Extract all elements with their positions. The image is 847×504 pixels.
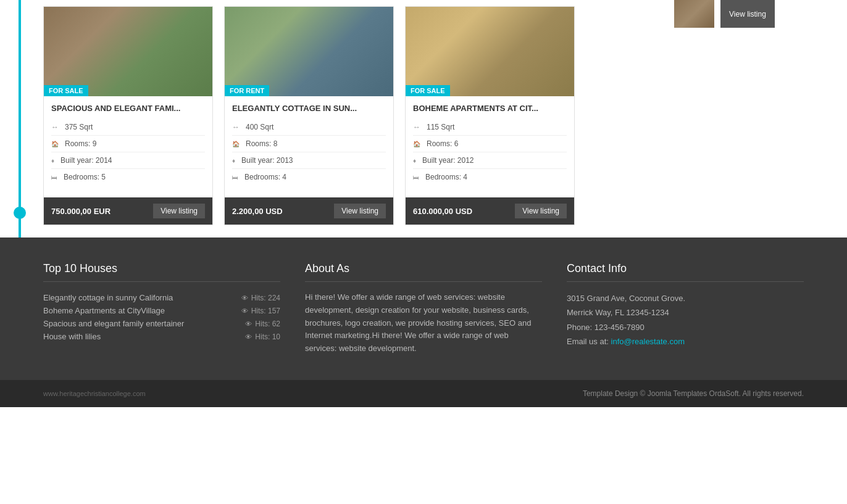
listing-price-1: 750.000,00 EUR — [51, 207, 111, 216]
view-listing-button-2[interactable]: View listing — [334, 204, 386, 218]
listing-size-2: 400 Sqrt — [232, 119, 386, 136]
house-hits-1: Hits: 224 — [241, 294, 280, 302]
contact-email-label: Email us at: — [567, 337, 609, 346]
contact-phone: Phone: 123-456-7890 — [567, 320, 804, 334]
listing-badge-2: FOR RENT — [225, 85, 269, 96]
list-item: Spacious and elegant family entertainer … — [43, 317, 280, 330]
footer-about-col: About As Hi there! We offer a wide range… — [305, 262, 542, 355]
footer-section: Top 10 Houses Elegantly cottage in sunny… — [0, 238, 847, 380]
listing-body-2: ELEGANTLY COTTAGE IN SUN... 400 Sqrt Roo… — [225, 96, 393, 192]
listing-size-3: 115 Sqrt — [413, 119, 567, 136]
footer-top10-list: Elegantly cottage in sunny California Hi… — [43, 291, 280, 343]
listing-image-3: FOR SALE — [406, 7, 574, 96]
footer-contact-title: Contact Info — [567, 262, 804, 282]
house-hits-2: Hits: 157 — [241, 307, 280, 315]
view-listing-button-3[interactable]: View listing — [515, 204, 567, 218]
listing-rooms-3: Rooms: 6 — [413, 136, 567, 152]
listing-title-2: ELEGANTLY COTTAGE IN SUN... — [232, 104, 386, 113]
listing-photo-2 — [225, 7, 393, 96]
listing-rooms-1: Rooms: 9 — [51, 136, 205, 152]
right-sidebar: View listing — [668, 0, 847, 238]
blue-dot — [14, 207, 26, 219]
view-listing-button-1[interactable]: View listing — [153, 204, 205, 218]
list-item: Elegantly cottage in sunny California Hi… — [43, 291, 280, 304]
listing-footer-1: 750.000,00 EUR View listing — [44, 197, 212, 225]
main-content-area: FOR SALE SPACIOUS AND ELEGANT FAMI... 37… — [25, 0, 668, 238]
listing-photo-1 — [44, 7, 212, 96]
contact-address1: 3015 Grand Ave, Coconut Grove. — [567, 291, 804, 305]
footer-contact-col: Contact Info 3015 Grand Ave, Coconut Gro… — [567, 262, 804, 355]
footer-bottom-bar: www.heritagechristiancollege.com Templat… — [0, 380, 847, 407]
listing-price-2: 2.200,00 USD — [232, 207, 283, 216]
listing-price-3: 610.000,00 USD — [413, 207, 472, 216]
listing-footer-2: 2.200,00 USD View listing — [225, 197, 393, 225]
listing-title-1: SPACIOUS AND ELEGANT FAMI... — [51, 104, 205, 113]
sidebar-view-button[interactable]: View listing — [720, 0, 775, 28]
listing-card-1: FOR SALE SPACIOUS AND ELEGANT FAMI... 37… — [43, 6, 213, 225]
house-name-3: Spacious and elegant family entertainer — [43, 319, 184, 328]
eye-icon-2 — [241, 307, 248, 315]
listing-photo-3 — [406, 7, 574, 96]
house-hits-3: Hits: 62 — [245, 320, 280, 328]
house-name-4: House with lilies — [43, 332, 101, 341]
footer-about-text: Hi there! We offer a wide range of web s… — [305, 291, 542, 355]
footer-top10-title: Top 10 Houses — [43, 262, 280, 282]
contact-address2: Merrick Way, FL 12345-1234 — [567, 305, 804, 320]
footer-about-title: About As — [305, 262, 542, 282]
footer-grid: Top 10 Houses Elegantly cottage in sunny… — [43, 262, 804, 355]
listing-footer-3: 610.000,00 USD View listing — [406, 197, 574, 225]
contact-email-link[interactable]: info@realestate.com — [611, 337, 685, 346]
listings-section: FOR SALE SPACIOUS AND ELEGANT FAMI... 37… — [0, 0, 847, 238]
listing-title-3: BOHEME APARTMENTS AT CIT... — [413, 104, 567, 113]
listing-size-1: 375 Sqrt — [51, 119, 205, 136]
listing-image-2: FOR RENT — [225, 7, 393, 96]
sidebar-listing-item: View listing — [674, 0, 841, 28]
footer-top10-col: Top 10 Houses Elegantly cottage in sunny… — [43, 262, 280, 355]
watermark-text: www.heritagechristiancollege.com — [43, 390, 146, 397]
house-name-2: Boheme Apartments at CityVillage — [43, 306, 165, 315]
copyright-text: Template Design © Joomla Templates OrdaS… — [583, 389, 804, 398]
listing-bedrooms-3: Bedrooms: 4 — [413, 169, 567, 185]
listing-year-2: Built year: 2013 — [232, 152, 386, 169]
left-sidebar-bar — [0, 0, 25, 238]
listing-badge-1: FOR SALE — [44, 85, 88, 96]
listing-body-3: BOHEME APARTMENTS AT CIT... 115 Sqrt Roo… — [406, 96, 574, 192]
contact-email-row: Email us at: info@realestate.com — [567, 334, 804, 349]
listing-badge-3: FOR SALE — [406, 85, 450, 96]
eye-icon-3 — [245, 320, 252, 328]
listing-bedrooms-2: Bedrooms: 4 — [232, 169, 386, 185]
listing-card-2: FOR RENT ELEGANTLY COTTAGE IN SUN... 400… — [224, 6, 394, 225]
list-item: Boheme Apartments at CityVillage Hits: 1… — [43, 304, 280, 317]
listing-bedrooms-1: Bedrooms: 5 — [51, 169, 205, 185]
eye-icon-1 — [241, 294, 248, 302]
listing-rooms-2: Rooms: 8 — [232, 136, 386, 152]
listing-image-1: FOR SALE — [44, 7, 212, 96]
listing-body-1: SPACIOUS AND ELEGANT FAMI... 375 Sqrt Ro… — [44, 96, 212, 192]
listing-cards-row: FOR SALE SPACIOUS AND ELEGANT FAMI... 37… — [43, 0, 649, 238]
sidebar-thumb — [674, 0, 714, 28]
house-hits-4: Hits: 10 — [245, 333, 280, 341]
house-name-1: Elegantly cottage in sunny California — [43, 293, 173, 302]
list-item: House with lilies Hits: 10 — [43, 330, 280, 343]
page-wrapper: FOR SALE SPACIOUS AND ELEGANT FAMI... 37… — [0, 0, 847, 504]
eye-icon-4 — [245, 333, 252, 341]
listing-card-3: FOR SALE BOHEME APARTMENTS AT CIT... 115… — [405, 6, 575, 225]
listing-year-3: Built year: 2012 — [413, 152, 567, 169]
footer-contact-info: 3015 Grand Ave, Coconut Grove. Merrick W… — [567, 291, 804, 349]
listing-year-1: Built year: 2014 — [51, 152, 205, 169]
